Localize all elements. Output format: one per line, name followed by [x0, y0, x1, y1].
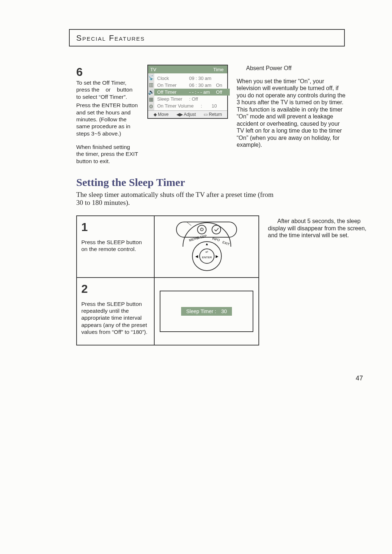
osd-row-sleep-timer: Sleep Timer : Off	[157, 96, 227, 102]
osd-list: Clock 09 : 30 am On Timer 06 : 30 am On …	[154, 73, 230, 110]
sleep-step-2-number: 2	[81, 282, 150, 296]
sleep-osd-label: Sleep Timer :	[186, 308, 216, 314]
osd-row-on-timer: On Timer 06 : 30 am On	[157, 82, 227, 89]
step-6-text: 6 To set the Off Timer, press the or but…	[76, 65, 139, 166]
time-osd-screenshot: TV Time 📡 ▥ 🔊 ▦ ⚙ Clock 09 : 30 am	[147, 65, 228, 119]
step-6-para-2: Press the ENTER button and set the hours…	[76, 102, 139, 137]
sleep-step-1-text: 1 Press the SLEEP button on the remote c…	[77, 216, 155, 277]
osd-row-on-timer-volume: On Timer Volume : 10	[157, 102, 227, 109]
antenna-icon: 📡	[148, 75, 154, 80]
step-6-row: 6 To set the Off Timer, press the or but…	[76, 65, 367, 166]
absent-power-off-note: Absent Power Off When you set the timer …	[237, 65, 346, 154]
sleep-osd-bar: Sleep Timer : 30	[181, 307, 232, 316]
label-exit: EXIT	[222, 240, 230, 246]
sleep-step-2-text: 2 Press the SLEEP button repeatedly unti…	[77, 278, 155, 345]
sleep-osd-value: 30	[221, 308, 227, 314]
osd-side-icons: 📡 ▥ 🔊 ▦ ⚙	[148, 73, 154, 110]
absent-title: Absent Power Off	[246, 65, 291, 71]
sleep-note-text: After about 5 seconds, the sleep display…	[268, 218, 367, 239]
footer-adjust: ◀▶ Adjust	[176, 112, 196, 117]
picture-icon: ▥	[149, 82, 154, 87]
label-enter: ENTER	[202, 256, 212, 259]
sound-icon: 🔊	[148, 89, 154, 94]
svg-text:◀: ◀	[195, 254, 198, 258]
sleep-timer-heading: Setting the Sleep Timer	[76, 176, 367, 189]
osd-row-off-timer: Off Timer - - : - - am Off	[154, 89, 230, 96]
channel-icon: ▦	[149, 97, 154, 102]
sleep-step-1-panel: 1 Press the SLEEP button on the remote c…	[76, 215, 259, 278]
absent-body: When you set the timer “On”, your televi…	[237, 78, 346, 149]
sleep-step-2-body: Press the SLEEP button repeatedly until …	[81, 300, 150, 336]
sleep-step-2-panel: 2 Press the SLEEP button repeatedly unti…	[76, 278, 259, 345]
osd-tab-tv: TV	[150, 67, 156, 72]
label-sleep: SLEEP	[196, 234, 207, 240]
step-6-para-1: To set the Off Timer, press the or butto…	[76, 79, 139, 100]
sleep-step-2-osd: Sleep Timer : 30	[155, 278, 258, 345]
footer-return: ▭ Return	[204, 112, 222, 117]
sleep-note: After about 5 seconds, the sleep display…	[268, 218, 367, 239]
sleep-timer-intro: The sleep timer automatically shuts off …	[76, 191, 279, 207]
chapter-title: Special Features	[69, 29, 345, 46]
page-number: 47	[25, 375, 363, 382]
footer-move: ◆ Move	[154, 112, 169, 117]
osd-row-clock: Clock 09 : 30 am	[157, 75, 227, 82]
remote-svg: MENU SLEEP INFO EXIT ↵ ENTER ▲ ◀ ▶	[176, 221, 237, 272]
remote-illustration: MENU SLEEP INFO EXIT ↵ ENTER ▲ ◀ ▶	[155, 216, 258, 277]
step-6-number: 6	[76, 65, 139, 79]
osd-footer: ◆ Move ◀▶ Adjust ▭ Return	[148, 110, 227, 118]
sleep-step-1-number: 1	[81, 220, 150, 234]
setup-icon: ⚙	[149, 104, 154, 109]
svg-line-3	[187, 222, 191, 226]
step-6-para-3: When finished setting the timer, press t…	[76, 143, 139, 165]
osd-title-time: Time	[213, 67, 224, 72]
svg-text:↵: ↵	[205, 250, 208, 254]
svg-text:▲: ▲	[205, 242, 209, 246]
sleep-step-1-body: Press the SLEEP button on the remote con…	[81, 239, 150, 253]
svg-text:▶: ▶	[216, 254, 219, 258]
chapter-title-text: Special Features	[76, 33, 145, 43]
svg-point-1	[197, 225, 206, 234]
